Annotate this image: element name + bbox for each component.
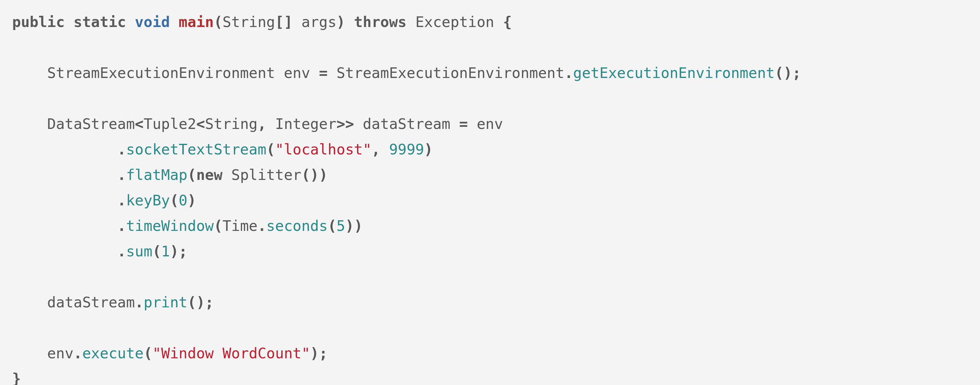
code-token: ( bbox=[214, 217, 223, 234]
code-token: ( bbox=[152, 243, 161, 260]
code-token: public bbox=[12, 13, 65, 30]
code-token: ( bbox=[144, 345, 153, 362]
code-token: main bbox=[179, 13, 214, 30]
code-token: ()) bbox=[301, 166, 328, 183]
code-token: . bbox=[135, 294, 144, 311]
code-token: ); bbox=[310, 345, 328, 362]
code-token: = bbox=[319, 64, 328, 81]
code-token: . bbox=[118, 166, 126, 183]
code-token: < bbox=[135, 115, 144, 132]
code-token: DataStream bbox=[12, 115, 135, 132]
code-token: sum bbox=[126, 243, 153, 260]
code-token: Splitter bbox=[223, 166, 301, 183]
code-token: env bbox=[12, 345, 73, 362]
code-token: . bbox=[258, 217, 266, 234]
code-token bbox=[12, 217, 118, 234]
code-token: . bbox=[565, 64, 573, 81]
code-token: , bbox=[258, 115, 266, 132]
code-token: print bbox=[143, 294, 188, 311]
code-token: . bbox=[118, 243, 126, 260]
code-token: dataStream bbox=[354, 115, 459, 132]
code-token: StreamExecutionEnvironment bbox=[328, 64, 564, 81]
code-token: 5 bbox=[336, 217, 345, 234]
code-token: args bbox=[301, 13, 337, 30]
code-token: flatMap bbox=[126, 166, 188, 183]
code-token: new bbox=[196, 166, 223, 183]
code-token: static bbox=[73, 13, 126, 30]
code-token: 0 bbox=[179, 192, 188, 209]
code-token bbox=[380, 141, 389, 158]
code-token: seconds bbox=[266, 217, 328, 234]
code-token bbox=[345, 13, 354, 30]
code-token bbox=[126, 13, 135, 30]
code-token: [] bbox=[275, 13, 301, 30]
code-token: ) bbox=[424, 141, 433, 158]
code-token: execute bbox=[82, 345, 143, 362]
code-token: . bbox=[118, 141, 126, 158]
code-token: String bbox=[205, 115, 258, 132]
code-block: public static void main(String[] args) t… bbox=[0, 0, 980, 385]
code-token: void bbox=[135, 13, 170, 30]
code-token: )) bbox=[345, 217, 363, 234]
code-token: Tuple2 bbox=[143, 115, 196, 132]
code-token: (); bbox=[775, 64, 801, 81]
code-content: public static void main(String[] args) t… bbox=[12, 13, 801, 385]
code-token: . bbox=[118, 217, 126, 234]
code-token: 1 bbox=[161, 243, 170, 260]
code-token: ( bbox=[170, 192, 179, 209]
code-token: socketTextStream bbox=[126, 141, 266, 158]
code-token: String bbox=[223, 13, 275, 30]
code-token: throws bbox=[354, 13, 406, 30]
code-token: < bbox=[196, 115, 205, 132]
code-token: >> bbox=[336, 115, 354, 132]
code-token: Integer bbox=[266, 115, 336, 132]
code-token bbox=[12, 192, 118, 209]
code-token: StreamExecutionEnvironment env bbox=[12, 64, 319, 81]
code-token: , bbox=[372, 141, 380, 158]
code-token: { bbox=[503, 13, 512, 30]
code-token: = bbox=[459, 115, 468, 132]
code-token bbox=[12, 243, 118, 260]
code-token: (); bbox=[188, 294, 214, 311]
code-token: 9999 bbox=[389, 141, 424, 158]
code-token: ( bbox=[266, 141, 275, 158]
code-token: ); bbox=[170, 243, 188, 260]
code-token bbox=[65, 13, 73, 30]
code-token bbox=[170, 13, 179, 30]
code-token: Time bbox=[223, 217, 258, 234]
code-token: . bbox=[73, 345, 82, 362]
code-token: Exception bbox=[406, 13, 503, 30]
code-token bbox=[12, 166, 118, 183]
code-token: . bbox=[118, 192, 126, 209]
code-token: dataStream bbox=[12, 294, 135, 311]
code-token: "Window WordCount" bbox=[152, 345, 310, 362]
code-token: timeWindow bbox=[126, 217, 214, 234]
code-token: keyBy bbox=[126, 192, 170, 209]
code-token: ( bbox=[214, 13, 223, 30]
code-token: "localhost" bbox=[275, 141, 372, 158]
code-token: getExecutionEnvironment bbox=[573, 64, 775, 81]
code-token: ) bbox=[336, 13, 345, 30]
code-token: } bbox=[12, 370, 21, 385]
code-token: ( bbox=[328, 217, 336, 234]
code-token: ) bbox=[188, 192, 196, 209]
code-token: ( bbox=[188, 166, 196, 183]
